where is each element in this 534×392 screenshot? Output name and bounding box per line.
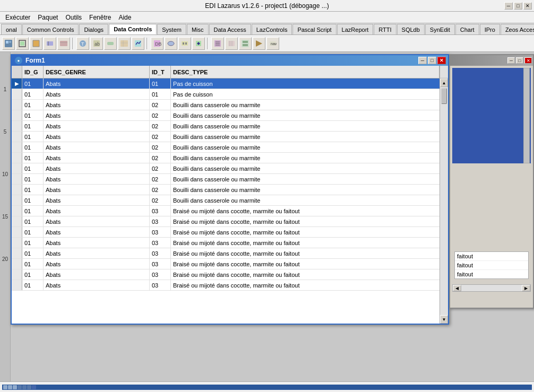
menu-aide[interactable]: Aide [115,13,134,22]
maximize-button[interactable]: □ [514,2,522,10]
table-row[interactable]: 01 Abats 02 Bouilli dans casserole ou ma… [12,110,448,121]
menu-executer[interactable]: Exécuter [2,13,33,22]
form1-close[interactable]: ✕ [437,57,446,64]
cell-id-g: 01 [22,259,44,269]
col-header-id-g[interactable]: ID_G [22,66,44,78]
second-titlebar: ─ □ ✕ [450,55,533,66]
vertical-scrollbar[interactable]: ▲ ▼ [440,79,448,324]
table-row[interactable]: 01 Abats 02 Bouilli dans casserole ou ma… [12,142,448,153]
cell-desc-type: Braisé ou mijoté dans cocotte, marmite o… [171,227,448,237]
table-row[interactable]: 01 Abats 02 Bouilli dans casserole ou ma… [12,163,448,174]
menu-outils[interactable]: Outils [62,13,85,22]
tab-misc[interactable]: Misc [187,24,209,34]
tool-btn-13[interactable] [178,37,191,50]
left-sidebar: 1 5 10 15 20 [0,52,11,392]
table-row[interactable]: 01 Abats 03 Braisé ou mijoté dans cocott… [12,238,448,248]
tool-btn-10[interactable] [132,37,144,50]
scroll-thumb-v[interactable] [441,88,447,104]
tab-chart[interactable]: Chart [455,24,479,34]
scroll-down-arrow[interactable]: ▼ [440,315,448,324]
tab-rtti[interactable]: RTTI [374,24,396,34]
table-row[interactable]: 01 Abats 02 Bouilli dans casserole ou ma… [12,100,448,110]
grid-body[interactable]: ▶ 01 Abats 01 Pas de cuisson 01 Abats 01… [12,79,448,324]
tool-btn-5[interactable] [57,37,70,50]
table-row[interactable]: 01 Abats 03 Braisé ou mijoté dans cocott… [12,259,448,269]
cell-id-t: 02 [150,185,171,195]
tab-pascal-script[interactable]: Pascal Script [292,24,336,34]
tool-btn-12[interactable] [165,37,177,50]
cell-id-g: 01 [22,238,44,248]
svg-rect-23 [185,42,187,45]
table-row[interactable]: 01 Abats 03 Braisé ou mijoté dans cocott… [12,269,448,280]
cell-id-t: 03 [150,216,171,227]
table-row[interactable]: 01 Abats 03 Braisé ou mijoté dans cocott… [12,216,448,227]
tool-btn-8[interactable] [104,37,117,50]
tab-synedit[interactable]: SynEdit [425,24,455,34]
tab-system[interactable]: System [157,24,186,34]
second-scrollbar-v[interactable] [523,68,530,163]
table-row[interactable]: 01 Abats 02 Bouilli dans casserole ou ma… [12,185,448,195]
tool-btn-16[interactable] [225,37,238,50]
table-row[interactable]: 01 Abats 02 Bouilli dans casserole ou ma… [12,153,448,163]
cell-id-g: 01 [22,110,44,120]
table-row[interactable]: 01 Abats 02 Bouilli dans casserole ou ma… [12,174,448,185]
tab-data-controls[interactable]: Data Controls [109,24,157,34]
minimize-button[interactable]: ─ [504,2,513,10]
main-area: 1 5 10 15 20 ● Form1 ─ □ ✕ ID_G [0,52,534,392]
tab-common-controls[interactable]: Common Controls [22,24,79,34]
tab-sqldb[interactable]: SQLdb [397,24,425,34]
tab-data-access[interactable]: Data Access [209,24,251,34]
cell-id-t: 03 [150,248,171,258]
tab-lazcontrols[interactable]: LazControls [252,24,292,34]
table-row[interactable]: 01 Abats 03 Braisé ou mijoté dans cocott… [12,280,448,291]
close-button[interactable]: ✕ [523,2,532,10]
tool-btn-6[interactable]: T [76,37,89,50]
second-maximize[interactable]: □ [516,57,523,64]
form1-maximize[interactable]: □ [428,57,436,64]
table-row[interactable]: 01 Abats 03 Braisé ou mijoté dans cocott… [12,248,448,259]
tab-onal[interactable]: onal [1,24,22,34]
cell-desc-genre: Abats [44,89,150,99]
table-row[interactable]: 01 Abats 01 Pas de cuisson [12,89,448,100]
second-close[interactable]: ✕ [524,57,532,64]
col-header-desc-type[interactable]: DESC_TYPE [171,66,440,78]
tool-btn-15[interactable] [211,37,224,50]
tool-btn-2[interactable] [16,37,29,50]
scroll-up-arrow[interactable]: ▲ [440,79,448,87]
table-row[interactable]: 01 Abats 03 Braisé ou mijoté dans cocott… [12,206,448,216]
table-row[interactable]: 01 Abats 02 Bouilli dans casserole ou ma… [12,132,448,142]
col-header-desc-genre[interactable]: DESC_GENRE [44,66,150,78]
second-scrollbar-h[interactable]: ◀ ▶ [452,284,531,292]
svg-text:T: T [81,41,84,47]
tool-btn-9[interactable] [118,37,131,50]
tool-btn-1[interactable] [2,37,15,50]
form1-minimize[interactable]: ─ [418,57,427,64]
cell-desc-type: Braisé ou mijoté dans cocotte, marmite o… [171,248,448,258]
table-row[interactable]: 01 Abats 02 Bouilli dans casserole ou ma… [12,121,448,132]
second-scroll-left[interactable]: ◀ [453,285,461,291]
tab-lazreport[interactable]: LazReport [337,24,374,34]
menu-paquet[interactable]: Paquet [35,13,61,22]
tool-btn-7[interactable]: ab [90,37,103,50]
tool-btn-3[interactable] [30,37,42,50]
form1-title: Form1 [25,57,45,64]
table-row[interactable]: 01 Abats 03 Braisé ou mijoté dans cocott… [12,227,448,238]
tab-ipro[interactable]: IPro [480,24,500,34]
tab-zeos-access[interactable]: Zeos Access [501,24,534,34]
tool-btn-18[interactable] [253,37,265,50]
cell-id-g: 01 [22,195,44,205]
tool-btn-17[interactable] [239,37,252,50]
tool-btn-4[interactable] [44,37,56,50]
progress-dot-5 [22,385,27,389]
col-header-id-t[interactable]: ID_T [150,66,171,78]
menu-fenetre[interactable]: Fenêtre [86,13,114,22]
table-row[interactable]: ▶ 01 Abats 01 Pas de cuisson [12,79,448,89]
tab-dialogs[interactable]: Dialogs [79,24,108,34]
table-row[interactable]: 01 Abats 02 Bouilli dans casserole ou ma… [12,195,448,206]
tool-btn-11[interactable]: DB [151,37,163,50]
svg-point-20 [168,41,174,46]
tool-btn-19[interactable]: nav [266,37,279,50]
second-scroll-right[interactable]: ▶ [522,285,530,291]
second-minimize[interactable]: ─ [507,57,515,64]
tool-btn-14[interactable] [192,37,205,50]
